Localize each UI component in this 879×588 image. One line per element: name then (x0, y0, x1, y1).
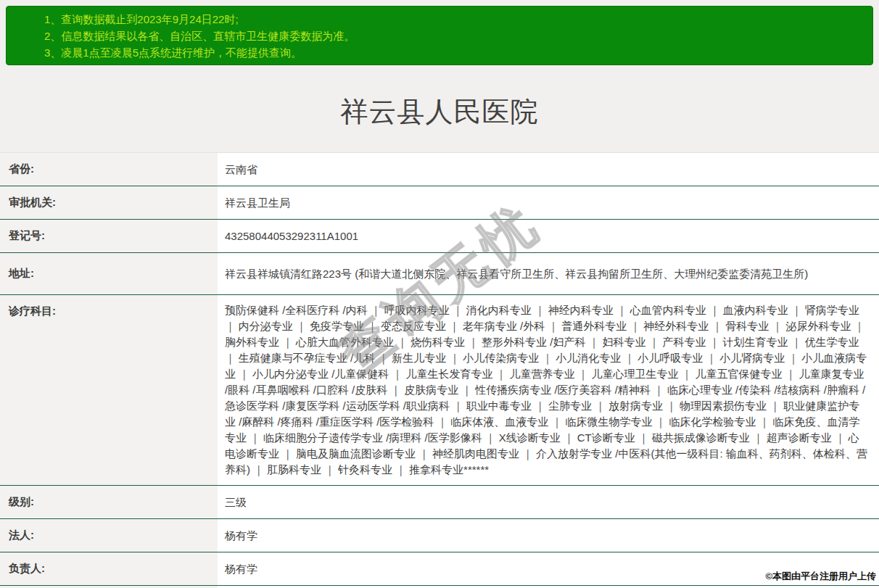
row-label: 审批机关: (0, 186, 218, 219)
row-label: 负责人: (0, 552, 218, 585)
row-value: 祥云县祥城镇清红路223号 (和谐大道北侧东院、祥云县看守所卫生所、祥云县拘留所… (218, 253, 879, 294)
row-label: 登记号: (0, 220, 218, 252)
row-label: 地址: (0, 253, 218, 294)
row-value: 祥云县卫生局 (218, 186, 879, 219)
hospital-info-table: 省份: 云南省 审批机关: 祥云县卫生局 登记号: 43258044053292… (0, 152, 879, 588)
row-value: 43258044053292311A1001 (218, 220, 879, 252)
table-row-level: 级别: 三级 (0, 486, 879, 519)
table-row-province: 省份: 云南省 (0, 153, 879, 186)
row-value: 杨有学 (218, 519, 879, 552)
notice-line-3: 3、凌晨1点至凌晨5点系统进行维护，不能提供查询。 (44, 44, 858, 61)
table-row-medical-departments: 诊疗科目: 预防保健科 /全科医疗科 /内科 ｜ 呼吸内科专业 ｜ 消化内科专业… (0, 295, 879, 486)
table-row-registration-number: 登记号: 43258044053292311A1001 (0, 220, 879, 253)
row-label: 诊疗科目: (0, 295, 218, 485)
row-value: 三级 (218, 486, 879, 518)
table-row-legal-person: 法人: 杨有学 (0, 519, 879, 552)
title-section: 祥云县人民医院 (0, 71, 879, 152)
page-title: 祥云县人民医院 (341, 94, 539, 131)
row-value: 预防保健科 /全科医疗科 /内科 ｜ 呼吸内科专业 ｜ 消化内科专业 ｜ 神经内… (218, 295, 879, 485)
row-label: 法人: (0, 519, 218, 552)
table-row-address: 地址: 祥云县祥城镇清红路223号 (和谐大道北侧东院、祥云县看守所卫生所、祥云… (0, 253, 879, 295)
notice-banner: 1、查询数据截止到2023年9月24日22时; 2、信息数据结果以各省、自治区、… (6, 6, 873, 65)
upload-attribution-watermark: ©本图由平台注册用户上传 (765, 570, 876, 583)
table-row-person-in-charge: 负责人: 杨有学 (0, 552, 879, 586)
row-label: 省份: (0, 153, 218, 186)
notice-line-2: 2、信息数据结果以各省、自治区、直辖市卫生健康委数据为准。 (44, 28, 858, 44)
row-label: 级别: (0, 486, 218, 518)
notice-line-1: 1、查询数据截止到2023年9月24日22时; (44, 11, 858, 28)
table-row-approval-authority: 审批机关: 祥云县卫生局 (0, 186, 879, 220)
row-value: 云南省 (218, 153, 879, 186)
